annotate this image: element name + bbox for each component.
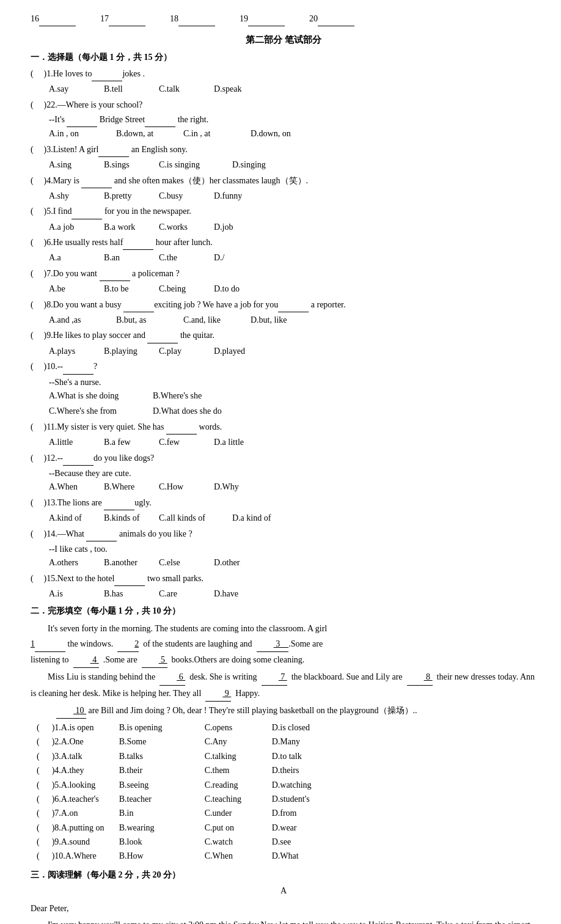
q9-paren: ( bbox=[31, 329, 42, 342]
q2-paren: ( bbox=[31, 98, 42, 112]
q2-text: )22.—Where is your school? bbox=[42, 98, 537, 112]
q5-text: )5.I find for you in the newspaper. bbox=[42, 205, 537, 219]
fill-para1: It's seven forty in the morning. The stu… bbox=[31, 621, 537, 669]
q5-paren: ( bbox=[31, 205, 42, 218]
q14: ( )14.—What animals do you like ? bbox=[31, 527, 537, 541]
fill-q3-paren: ( bbox=[37, 750, 40, 763]
fill-q5-paren: ( bbox=[37, 779, 40, 792]
q4-options: A.shyB.prettyC.busyD.funny bbox=[49, 189, 537, 203]
part-three-sub-a: A bbox=[31, 884, 537, 898]
q10-text: )10.-- ? bbox=[42, 360, 537, 374]
q13-text: )13.The lions are ugly. bbox=[42, 496, 537, 510]
q12-options: A.WhenB.WhereC.HowD.Why bbox=[49, 480, 537, 494]
num-19: 19 bbox=[240, 12, 285, 26]
q13: ( )13.The lions are ugly. bbox=[31, 496, 537, 510]
q10-options2: C.Where's she fromD.What does she do bbox=[49, 405, 537, 418]
part-two-header: 二．完形填空（每小题 1 分，共 10 分） bbox=[31, 604, 537, 618]
q4: ( )4.Mary is and she often makes（使）her c… bbox=[31, 174, 537, 188]
q8-text: )8.Do you want a busy exciting job ? We … bbox=[42, 298, 537, 312]
q3-options: A.singB.singsC.is singingD.singing bbox=[49, 158, 537, 172]
q2-sub: --It's Bridge Street the right. bbox=[49, 113, 537, 127]
q3: ( )3.Listen! A girl an English sony. bbox=[31, 143, 537, 157]
q12-paren: ( bbox=[31, 452, 42, 465]
q1-options: A.sayB.tellC.talkD.speak bbox=[49, 82, 537, 96]
fill-opt-row-5: ( )5.A.looking B.seeing C.reading D.watc… bbox=[37, 779, 537, 792]
fill-q4-paren: ( bbox=[37, 764, 40, 777]
num-18: 18 bbox=[170, 12, 215, 26]
fill-q10-paren: ( bbox=[37, 849, 40, 863]
q15-options: A.isB.hasC.areD.have bbox=[49, 587, 537, 601]
q12: ( )12.-- do you like dogs? bbox=[31, 452, 537, 466]
fill-opt-row-3: ( )3.A.talk B.talks C.talking D.to talk bbox=[37, 750, 537, 763]
q9: ( )9.He likes to play soccer and the qui… bbox=[31, 329, 537, 343]
part-two: 二．完形填空（每小题 1 分，共 10 分） It's seven forty … bbox=[31, 604, 537, 863]
q7-paren: ( bbox=[31, 267, 42, 280]
q5-options: A.a jobB.a workC.worksD.job bbox=[49, 221, 537, 234]
q4-text: )4.Mary is and she often makes（使）her cla… bbox=[42, 174, 537, 188]
fill-opt-row-2: ( )2.A.One B.Some C.Any D.Many bbox=[37, 735, 537, 749]
fill-q8-paren: ( bbox=[37, 821, 40, 835]
fill-q2-paren: ( bbox=[37, 735, 40, 749]
q6: ( )6.He usually rests half hour after lu… bbox=[31, 236, 537, 250]
q8-paren: ( bbox=[31, 298, 42, 312]
q15-text: )15.Next to the hotel two small parks. bbox=[42, 572, 537, 586]
q1-paren: ( bbox=[31, 67, 42, 81]
q13-options: A.kind ofB.kinds ofC.all kinds ofD.a kin… bbox=[49, 512, 537, 525]
fill-para3: 10 are Bill and Jim doing ? Oh, dear ! T… bbox=[31, 703, 537, 719]
q1: ( )1.He loves to jokes . bbox=[31, 67, 537, 81]
q6-paren: ( bbox=[31, 236, 42, 249]
q7: ( )7.Do you want a policeman ? bbox=[31, 267, 537, 281]
q14-sub: --I like cats , too. bbox=[49, 543, 537, 556]
letter-greeting: Dear Peter, bbox=[31, 902, 537, 915]
q10-paren: ( bbox=[31, 360, 42, 373]
q14-text: )14.—What animals do you like ? bbox=[42, 527, 537, 541]
num-17: 17 bbox=[100, 12, 145, 26]
fill-opt-row-1: ( )1.A.is open B.is opening C.opens D.is… bbox=[37, 721, 537, 735]
fill-opt-row-10: ( )10.A.Where B.How C.When D.What bbox=[37, 849, 537, 863]
q12-sub: --Because they are cute. bbox=[49, 467, 537, 480]
q9-text: )9.He likes to play soccer and the quita… bbox=[42, 329, 537, 343]
q4-paren: ( bbox=[31, 174, 42, 188]
num-20: 20 bbox=[309, 12, 354, 26]
q8-options: A.and ,asB.but, asC.and, likeD.but, like bbox=[49, 314, 537, 327]
fill-para2: Miss Liu is standing behind the 6 desk. … bbox=[31, 669, 537, 701]
section-title: 第二部分 笔试部分 bbox=[31, 32, 537, 47]
fill-q7-paren: ( bbox=[37, 807, 40, 820]
fill-opt-row-4: ( )4.A.they B.their C.them D.theirs bbox=[37, 764, 537, 777]
top-numbers: 16 17 18 19 20 bbox=[31, 12, 537, 26]
q1-text: )1.He loves to jokes . bbox=[42, 67, 537, 81]
q14-options: A.othersB.anotherC.elseD.other bbox=[49, 556, 537, 570]
q9-options: A.playsB.playingC.playD.played bbox=[49, 345, 537, 358]
part-one: 一．选择题（每小题 1 分，共 15 分） ( )1.He loves to j… bbox=[31, 51, 537, 601]
q10-sub: --She's a nurse. bbox=[49, 376, 537, 389]
part-one-header: 一．选择题（每小题 1 分，共 15 分） bbox=[31, 51, 537, 64]
q2: ( )22.—Where is your school? bbox=[31, 98, 537, 112]
q12-text: )12.-- do you like dogs? bbox=[42, 452, 537, 466]
q7-text: )7.Do you want a policeman ? bbox=[42, 267, 537, 281]
q11-text: )11.My sister is very quiet. She has wor… bbox=[42, 420, 537, 435]
q11-options: A.littleB.a fewC.fewD.a little bbox=[49, 436, 537, 449]
fill-opt-row-8: ( )8.A.putting on B.wearing C.put on D.w… bbox=[37, 821, 537, 835]
q10: ( )10.-- ? bbox=[31, 360, 537, 374]
q7-options: A.beB.to beC.beingD.to do bbox=[49, 282, 537, 296]
q14-paren: ( bbox=[31, 527, 42, 541]
fill-opt-row-9: ( )9.A.sound B.look C.watch D.see bbox=[37, 835, 537, 849]
q6-options: A.aB.anC.theD./ bbox=[49, 251, 537, 265]
q11-paren: ( bbox=[31, 420, 42, 434]
q10-options1: A.What is she doingB.Where's she bbox=[49, 389, 537, 403]
part-three-header: 三．阅读理解（每小题 2 分，共 20 分） bbox=[31, 868, 537, 882]
q11: ( )11.My sister is very quiet. She has w… bbox=[31, 420, 537, 435]
fill-q1-paren: ( bbox=[37, 721, 40, 735]
letter-body: I'm very happy you'll come to my city at… bbox=[31, 918, 537, 924]
fill-q6-paren: ( bbox=[37, 793, 40, 806]
q3-paren: ( bbox=[31, 143, 42, 156]
q15: ( )15.Next to the hotel two small parks. bbox=[31, 572, 537, 586]
q2-options: A.in , onB.down, atC.in , atD.down, on bbox=[49, 127, 537, 141]
q6-text: )6.He usually rests half hour after lunc… bbox=[42, 236, 537, 250]
fill-opt-row-7: ( )7.A.on B.in C.under D.from bbox=[37, 807, 537, 820]
q3-text: )3.Listen! A girl an English sony. bbox=[42, 143, 537, 157]
q8: ( )8.Do you want a busy exciting job ? W… bbox=[31, 298, 537, 312]
num-16: 16 bbox=[31, 12, 76, 26]
q13-paren: ( bbox=[31, 496, 42, 510]
part-three: 三．阅读理解（每小题 2 分，共 20 分） A Dear Peter, I'm… bbox=[31, 868, 537, 924]
